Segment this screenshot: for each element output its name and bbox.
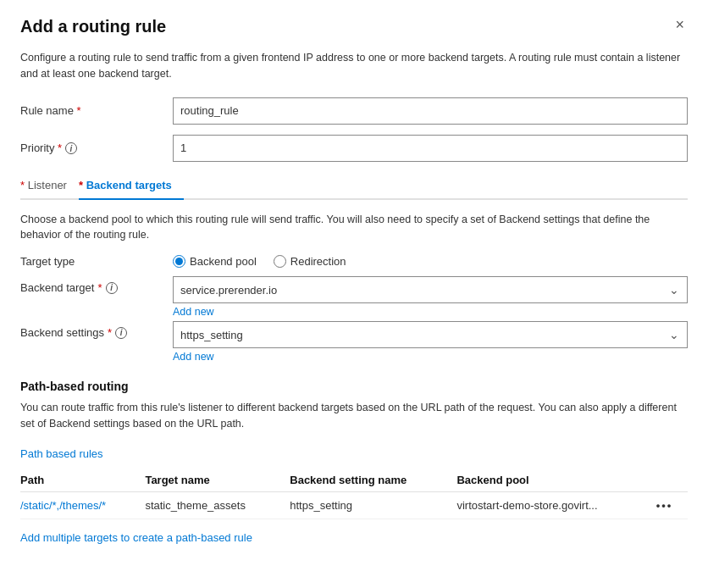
target-type-radio-group: Backend pool Redirection	[173, 255, 346, 268]
rule-name-label: Rule name *	[20, 104, 173, 117]
tabs-row: * Listener * Backend targets	[20, 172, 688, 200]
priority-input[interactable]	[173, 135, 688, 162]
col-backend-pool: Backend pool	[456, 469, 655, 492]
col-path: Path	[20, 469, 145, 492]
backend-target-add-new[interactable]: Add new	[173, 306, 688, 318]
rule-name-input[interactable]	[173, 97, 688, 125]
row-target-name: static_theme_assets	[145, 491, 290, 519]
radio-redirection[interactable]: Redirection	[274, 255, 346, 268]
path-routing-section: Path-based routing You can route traffic…	[20, 380, 688, 544]
backend-target-select[interactable]: service.prerender.io	[173, 276, 688, 303]
radio-backend-pool-input[interactable]	[173, 255, 185, 268]
panel-header: Add a routing rule ×	[20, 17, 688, 36]
radio-redirection-input[interactable]	[274, 255, 286, 268]
col-target-name: Target name	[145, 469, 290, 492]
target-type-row: Target type Backend pool Redirection	[20, 255, 688, 268]
radio-backend-pool[interactable]: Backend pool	[173, 255, 257, 268]
priority-info-icon[interactable]: i	[65, 142, 77, 154]
backend-settings-info-icon[interactable]: i	[115, 327, 127, 339]
backend-target-label: Backend target * i	[20, 276, 173, 294]
row-backend-pool: virtostart-demo-store.govirt...	[456, 491, 655, 519]
panel-description: Configure a routing rule to send traffic…	[20, 50, 681, 82]
backend-settings-add-new[interactable]: Add new	[173, 351, 688, 363]
table-header: Path Target name Backend setting name Ba…	[20, 469, 688, 492]
col-backend-setting-name: Backend setting name	[290, 469, 456, 492]
backend-section-desc: Choose a backend pool to which this rout…	[20, 212, 681, 244]
radio-backend-pool-label: Backend pool	[190, 255, 257, 268]
table-body: /static/*,/themes/* static_theme_assets …	[20, 491, 688, 519]
add-targets-link[interactable]: Add multiple targets to create a path-ba…	[20, 531, 252, 544]
close-button[interactable]: ×	[672, 17, 688, 32]
rule-name-row: Rule name *	[20, 97, 688, 125]
col-actions	[656, 469, 688, 492]
table-row: /static/*,/themes/* static_theme_assets …	[20, 491, 688, 519]
target-type-label: Target type	[20, 255, 173, 268]
backend-settings-row: Backend settings * i https_setting Add n…	[20, 321, 688, 363]
path-routing-title: Path-based routing	[20, 380, 688, 393]
add-routing-rule-panel: Add a routing rule × Configure a routing…	[0, 0, 708, 588]
path-routing-desc: You can route traffic from this rule's l…	[20, 400, 681, 432]
radio-redirection-label: Redirection	[290, 255, 346, 268]
priority-label: Priority * i	[20, 141, 173, 155]
path-rules-table: Path Target name Backend setting name Ba…	[20, 469, 688, 519]
row-actions-menu[interactable]: •••	[656, 491, 688, 519]
backend-target-row: Backend target * i service.prerender.io …	[20, 276, 688, 318]
path-based-rules-label: Path based rules	[20, 447, 688, 460]
backend-target-info-icon[interactable]: i	[106, 282, 118, 294]
backend-target-field-wrapper: service.prerender.io Add new	[173, 276, 688, 318]
backend-settings-label: Backend settings * i	[20, 321, 173, 339]
backend-settings-select-wrapper: https_setting	[173, 321, 688, 348]
panel-title: Add a routing rule	[20, 17, 166, 36]
backend-settings-select[interactable]: https_setting	[173, 321, 688, 348]
priority-row: Priority * i	[20, 135, 688, 162]
tab-listener[interactable]: * Listener	[20, 172, 79, 200]
row-backend-setting-name: https_setting	[290, 491, 456, 519]
row-path[interactable]: /static/*,/themes/*	[20, 491, 145, 519]
backend-settings-field-wrapper: https_setting Add new	[173, 321, 688, 363]
backend-target-select-wrapper: service.prerender.io	[173, 276, 688, 303]
tab-backend-targets[interactable]: * Backend targets	[79, 172, 184, 200]
